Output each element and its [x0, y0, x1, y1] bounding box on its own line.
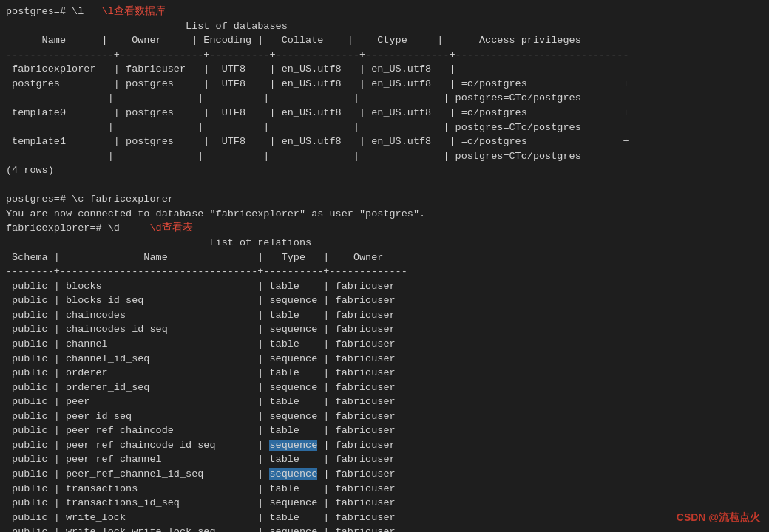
db-col-header: Name | Owner | Encoding | Collate | Ctyp…: [6, 33, 763, 48]
line-list-databases-cmd: postgres=# \l \l查看数据库: [6, 4, 763, 19]
connect-info: You are now connected to database "fabri…: [6, 207, 763, 222]
prompt1: postgres=# \l: [6, 6, 102, 17]
prompt2: fabricexplorer=# \d: [6, 222, 149, 233]
table-row: public | transactions | table | fabricus…: [6, 482, 763, 497]
table-row: public | peer_ref_chaincode | table | fa…: [6, 423, 763, 438]
table-row: public | peer | table | fabricuser: [6, 395, 763, 409]
table-row: public | channel_id_seq | sequence | fab…: [6, 352, 763, 366]
annotation-list-db: \l查看数据库: [102, 6, 166, 17]
db-row-template0: template0 | postgres | UTF8 | en_US.utf8…: [6, 106, 763, 120]
connect-cmd: postgres=# \c fabricexplorer: [6, 192, 763, 207]
table-row: public | blocks_id_seq | sequence | fabr…: [6, 293, 763, 308]
table-row: public | peer_id_seq | sequence | fabric…: [6, 409, 763, 424]
table-row: public | peer_ref_chaincode_id_seq | seq…: [6, 438, 763, 453]
table-row: public | orderer_id_seq | sequence | fab…: [6, 381, 763, 395]
table-row: public | transactions_id_seq | sequence …: [6, 496, 763, 511]
table-row: public | orderer | table | fabricuser: [6, 366, 763, 381]
db-row-fabricexplorer: fabricexplorer | fabricuser | UTF8 | en_…: [6, 62, 763, 77]
annotation-list-relations: \d查看表: [149, 222, 192, 233]
watermark: CSDN @流苞点火: [677, 511, 760, 525]
db-row-postgres-cont: | | | | | postgres=CTc/postgres: [6, 91, 763, 106]
list-of-databases-header: List of databases: [6, 19, 763, 34]
table-row-write-lock: public | write_lock | table | fabricuser: [6, 511, 763, 525]
table-row: public | chaincodes | table | fabricuser: [6, 308, 763, 323]
table-row: public | channel | table | fabricuser: [6, 337, 763, 352]
list-of-relations-header: List of relations: [6, 236, 763, 250]
db-separator: ------------------+--------------+------…: [6, 48, 763, 63]
table-row: public | peer_ref_channel_id_seq | seque…: [6, 467, 763, 482]
line-list-relations-cmd: fabricexplorer=# \d \d查看表: [6, 221, 763, 236]
highlight-sequence1: sequence: [269, 440, 317, 451]
db-row-template1: template1 | postgres | UTF8 | en_US.utf8…: [6, 134, 763, 149]
blank1: [6, 178, 763, 193]
table-row: public | blocks | table | fabricuser: [6, 279, 763, 294]
table-row: public | chaincodes_id_seq | sequence | …: [6, 322, 763, 337]
db-row-template0-cont: | | | | | postgres=CTc/postgres: [6, 120, 763, 135]
terminal: postgres=# \l \l查看数据库 List of databases …: [0, 0, 769, 532]
rel-separator: --------+-------------------------------…: [6, 265, 763, 279]
db-row-template1-cont: | | | | | postgres=CTc/postgres: [6, 149, 763, 164]
highlight-sequence2: sequence: [269, 468, 317, 480]
db-row-postgres: postgres | postgres | UTF8 | en_US.utf8 …: [6, 77, 763, 92]
rel-col-header: Schema | Name | Type | Owner: [6, 250, 763, 265]
db-rowcount: (4 rows): [6, 163, 763, 178]
table-row: public | write_lock_write_lock_seq | seq…: [6, 525, 763, 532]
table-row: public | peer_ref_channel | table | fabr…: [6, 452, 763, 467]
